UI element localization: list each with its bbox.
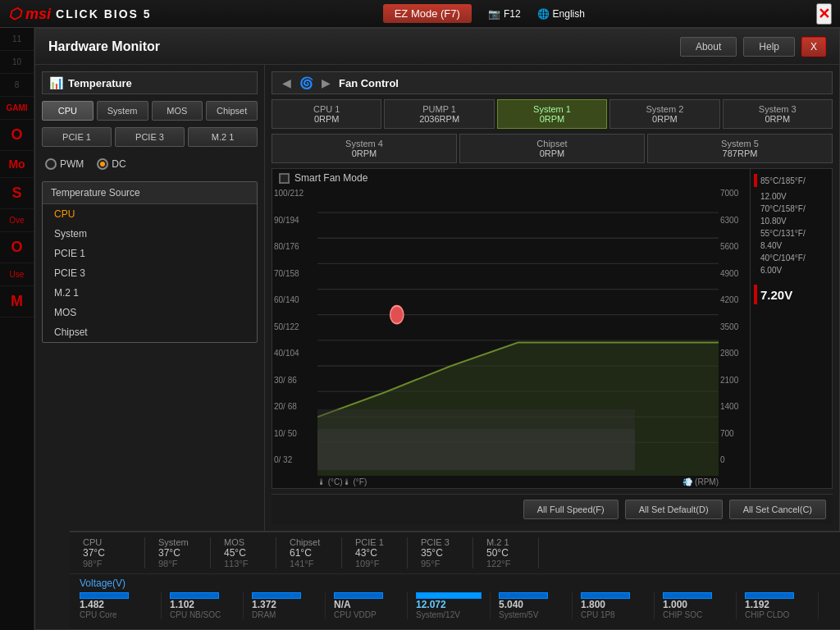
oc-label: O	[0, 120, 34, 151]
current-voltage-display: 7.20V	[754, 285, 829, 304]
voltage-cpu-vddp: N/A CPU VDDP	[326, 592, 408, 619]
v11-label: 70°C/158°F/	[754, 204, 829, 213]
hw-title-buttons: About Help X	[680, 37, 826, 57]
lang-icon: 🌐	[537, 8, 550, 20]
status-bar: CPU 37°C 98°F System 37°C 98°F MOS 45°C …	[70, 531, 840, 629]
help-button[interactable]: Help	[743, 37, 795, 57]
chip-soc-bar	[663, 592, 712, 599]
window-close-button[interactable]: X	[801, 37, 826, 57]
temp-source-pcie1[interactable]: PCIE 1	[43, 244, 257, 263]
fan-system1[interactable]: System 1 0RPM	[497, 99, 607, 129]
svg-point-11	[390, 306, 404, 324]
status-mos: MOS 45°C 113°F	[211, 537, 276, 568]
temp-source-cpu[interactable]: CPU	[43, 204, 257, 224]
mos-temp-button[interactable]: MOS	[152, 101, 203, 121]
rpm-icon: 💨 (RPM)	[682, 477, 719, 486]
bios-title: CLICK BIOS 5	[56, 7, 152, 21]
fan-nav-right[interactable]: ▶	[318, 76, 334, 89]
status-pcie3: PCIE 3 35°C 95°F	[408, 537, 473, 568]
hardware-monitor-window: Hardware Monitor About Help X 📊 Temperat…	[34, 28, 840, 630]
temp-source-pcie3[interactable]: PCIE 3	[43, 263, 257, 283]
smart-fan-checkbox[interactable]	[279, 173, 290, 184]
msi-logo: ⬡ msi	[8, 5, 51, 23]
temp-source-chipset[interactable]: Chipset	[43, 322, 257, 342]
smart-fan-header: Smart Fan Mode	[272, 169, 750, 187]
pwm-radio[interactable]: PWM	[45, 158, 84, 170]
about-button[interactable]: About	[680, 37, 737, 57]
language-button[interactable]: 🌐 English	[537, 8, 585, 20]
system-temp-button[interactable]: System	[97, 101, 148, 121]
temperature-section-header: 📊 Temperature	[42, 71, 258, 94]
voltage-indicators: 85°C/185°F/ 12.00V 70°C/158°F/ 10.80V 55…	[751, 168, 833, 489]
fan-nav-left[interactable]: ◀	[279, 76, 294, 89]
pwm-dc-selector: PWM DC	[42, 153, 258, 175]
fan-system2[interactable]: System 2 0RPM	[609, 99, 719, 129]
ez-mode-button[interactable]: EZ Mode (F7)	[383, 4, 472, 23]
m2-temp-button[interactable]: M.2 1	[188, 127, 258, 147]
pwm-label: PWM	[60, 158, 84, 170]
pcie1-temp-button[interactable]: PCIE 1	[42, 127, 112, 147]
y-axis-temp: 100/212 90/194 80/176 70/158 60/140 50/1…	[272, 187, 317, 476]
top-close-button[interactable]: ✕	[816, 3, 832, 25]
hw-window-title: Hardware Monitor	[48, 39, 160, 54]
temp-source-m21[interactable]: M.2 1	[43, 283, 257, 303]
hw-main-content: 📊 Temperature CPU System MOS Chipset PCI…	[35, 65, 839, 531]
fan-pump1[interactable]: PUMP 1 2036RPM	[384, 99, 494, 129]
hw-title-bar: Hardware Monitor About Help X	[35, 29, 839, 65]
v8-val: 8.40V	[754, 241, 829, 250]
fan-control-title: Fan Control	[339, 77, 399, 89]
status-pcie1: PCIE 1 43°C 109°F	[342, 537, 408, 568]
chart-canvas[interactable]	[317, 187, 719, 476]
fan-system5[interactable]: System 5 787RPM	[647, 134, 833, 163]
fan-system3[interactable]: System 3 0RPM	[723, 99, 833, 129]
fan-grid-row1: CPU 1 0RPM PUMP 1 2036RPM System 1 0RPM …	[272, 99, 833, 129]
cpu1p8-bar	[581, 592, 630, 599]
camera-icon: 📷	[488, 8, 500, 20]
temp-source-header[interactable]: Temperature Source	[43, 182, 257, 204]
v11-val: 10.80V	[754, 217, 829, 226]
pcie3-temp-button[interactable]: PCIE 3	[115, 127, 185, 147]
voltage-cpu-core: 1.482 CPU Core	[80, 592, 162, 619]
fan-system4[interactable]: System 4 0RPM	[272, 134, 457, 163]
o2-label: O	[0, 232, 34, 263]
voltage-cpu-nb: 1.102 CPU NB/SOC	[162, 592, 244, 619]
voltage-chip-soc: 1.000 CHIP SOC	[655, 592, 737, 619]
action-buttons: All Full Speed(F) All Set Default(D) All…	[272, 494, 833, 524]
all-set-cancel-button[interactable]: All Set Cancel(C)	[729, 500, 826, 519]
temp-icon: 📊	[49, 76, 63, 89]
cpu-temp-button[interactable]: CPU	[42, 101, 94, 121]
fan-cpu1[interactable]: CPU 1 0RPM	[272, 99, 381, 129]
temp-source-mos[interactable]: MOS	[43, 303, 257, 322]
v12-bar	[754, 174, 757, 187]
all-full-speed-button[interactable]: All Full Speed(F)	[523, 500, 619, 519]
cpu-core-bar	[80, 592, 129, 599]
all-set-default-button[interactable]: All Set Default(D)	[625, 500, 723, 519]
dram-bar	[252, 592, 301, 599]
fan-grid-row2: System 4 0RPM Chipset 0RPM System 5 787R…	[272, 134, 833, 163]
voltage-system12v: 12.072 System/12V	[408, 592, 491, 619]
top-bar-center: EZ Mode (F7) 📷 F12 🌐 English	[383, 4, 585, 23]
f12-button[interactable]: 📷 F12	[488, 8, 521, 20]
ove-label: Ove	[0, 209, 34, 232]
game-label: GAMI	[0, 97, 34, 120]
fan-icon: 🌀	[299, 76, 313, 89]
smart-fan-label: Smart Fan Mode	[294, 172, 368, 184]
dc-radio[interactable]: DC	[97, 158, 126, 170]
temp-c-icon: 🌡 (°C)	[317, 477, 343, 486]
system5v-bar	[499, 592, 548, 599]
current-v-bar	[754, 285, 757, 304]
top-bar: ⬡ msi CLICK BIOS 5 EZ Mode (F7) 📷 F12 🌐 …	[0, 0, 840, 28]
use-label: Use	[0, 263, 34, 286]
chart-svg	[317, 187, 719, 476]
x-axis-labels: 🌡 (°C) 🌡 (°F) 💨 (RPM)	[272, 476, 750, 488]
voltage-section: Voltage(V) 1.482 CPU Core 1.102 CPU NB/S…	[70, 574, 840, 623]
dc-radio-circle	[97, 158, 108, 170]
temp-source-system[interactable]: System	[43, 224, 257, 244]
chipset-temp-button[interactable]: Chipset	[206, 101, 258, 121]
fan-control-header: ◀ 🌀 ▶ Fan Control	[272, 71, 833, 94]
voltage-chip-cldo: 1.192 CHIP CLDO	[737, 592, 819, 619]
chart-main: Smart Fan Mode 100/212 90/194 80/176 70/…	[272, 168, 751, 489]
m-label: M	[0, 286, 34, 317]
top-bar-left: ⬡ msi CLICK BIOS 5	[8, 5, 152, 23]
fan-chipset[interactable]: Chipset 0RPM	[459, 134, 645, 163]
